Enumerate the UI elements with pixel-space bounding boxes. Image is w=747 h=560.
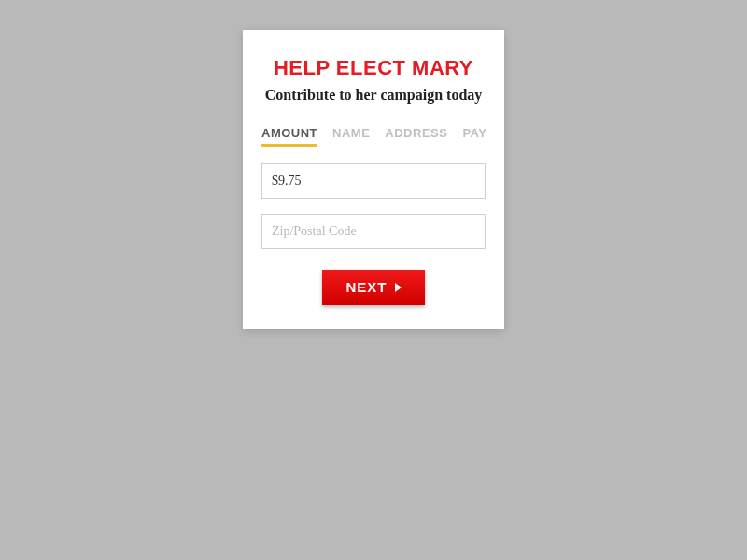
play-icon [395,283,402,292]
donation-card: HELP ELECT MARY Contribute to her campai… [243,30,504,329]
tab-amount[interactable]: AMOUNT [261,126,317,147]
next-button[interactable]: NEXT [322,270,425,305]
page-title: HELP ELECT MARY [261,56,486,80]
tab-pay[interactable]: PAY [462,126,486,147]
amount-input[interactable] [261,163,486,199]
tab-name[interactable]: NAME [332,126,370,147]
step-tabs: AMOUNT NAME ADDRESS PAY [261,126,486,147]
page-subtitle: Contribute to her campaign today [261,86,486,105]
zip-input[interactable] [261,214,486,249]
tab-address[interactable]: ADDRESS [385,126,447,147]
next-button-label: NEXT [345,279,387,295]
